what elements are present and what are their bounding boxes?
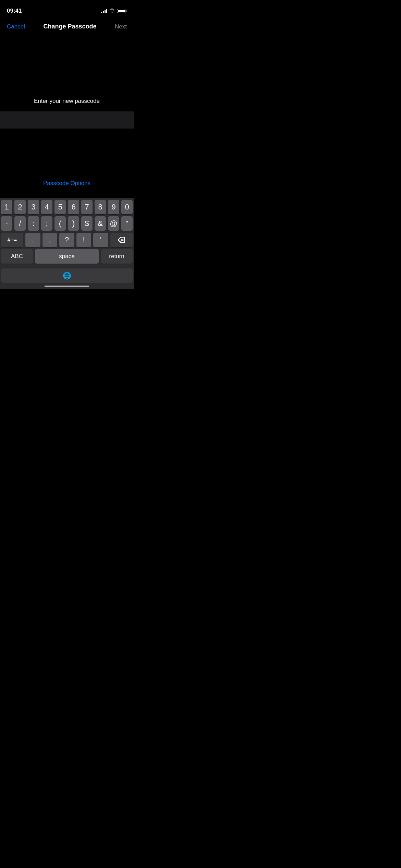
key-7[interactable]: 7 [81, 200, 93, 214]
key-apostrophe[interactable]: ' [93, 233, 108, 247]
key-open-paren[interactable]: ( [54, 216, 66, 231]
home-bar [45, 286, 89, 287]
key-question[interactable]: ? [59, 233, 74, 247]
passcode-options-button[interactable]: Passcode Options [43, 180, 90, 187]
key-9[interactable]: 9 [108, 200, 119, 214]
key-space[interactable]: space [35, 249, 99, 264]
key-quote[interactable]: " [121, 216, 133, 231]
keyboard-row-bottom: ABC space return [0, 247, 134, 266]
key-3[interactable]: 3 [28, 200, 39, 214]
content-area: Enter your new passcode [0, 36, 134, 111]
keyboard: 1 2 3 4 5 6 7 8 9 0 - / : ; ( ) $ & @ " … [0, 198, 134, 289]
key-6[interactable]: 6 [68, 200, 79, 214]
key-dollar[interactable]: $ [81, 216, 93, 231]
keyboard-row-symbols: - / : ; ( ) $ & @ " [0, 214, 134, 231]
key-slash[interactable]: / [14, 216, 26, 231]
key-exclaim[interactable]: ! [76, 233, 92, 247]
key-hash-plus-equal[interactable]: #+= [1, 233, 23, 247]
battery-icon [117, 9, 127, 13]
keyboard-row-numbers: 1 2 3 4 5 6 7 8 9 0 [0, 198, 134, 214]
key-5[interactable]: 5 [54, 200, 66, 214]
next-button[interactable]: Next [115, 23, 127, 30]
backspace-key[interactable] [110, 233, 133, 247]
key-4[interactable]: 4 [41, 200, 52, 214]
key-1[interactable]: 1 [1, 200, 12, 214]
keyboard-row-special: #+= . , ? ! ' [0, 231, 134, 247]
key-ampersand[interactable]: & [95, 216, 106, 231]
key-return[interactable]: return [101, 249, 133, 264]
passcode-input-area[interactable] [0, 111, 134, 129]
status-bar: 09:41 [0, 0, 134, 17]
prompt-text: Enter your new passcode [34, 98, 100, 105]
lower-area: Passcode Options [0, 129, 134, 197]
globe-icon: 🌐 [63, 272, 71, 280]
key-close-paren[interactable]: ) [68, 216, 79, 231]
key-comma[interactable]: , [42, 233, 58, 247]
key-0[interactable]: 0 [121, 200, 133, 214]
key-period[interactable]: . [25, 233, 40, 247]
key-dash[interactable]: - [1, 216, 12, 231]
page-title: Change Passcode [43, 23, 96, 30]
key-colon[interactable]: : [28, 216, 39, 231]
key-2[interactable]: 2 [14, 200, 26, 214]
status-time: 09:41 [7, 8, 22, 14]
cancel-button[interactable]: Cancel [7, 23, 25, 30]
key-8[interactable]: 8 [95, 200, 106, 214]
key-semicolon[interactable]: ; [41, 216, 52, 231]
home-indicator [0, 283, 134, 289]
wifi-icon [109, 9, 115, 14]
status-icons [101, 9, 127, 14]
signal-icon [101, 9, 107, 13]
key-abc[interactable]: ABC [1, 249, 33, 264]
nav-bar: Cancel Change Passcode Next [0, 17, 134, 36]
globe-key[interactable]: 🌐 [1, 268, 133, 283]
key-at[interactable]: @ [108, 216, 119, 231]
